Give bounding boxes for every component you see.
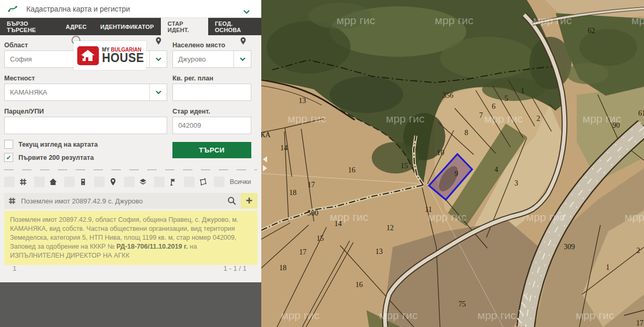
layer-filter-toolbar: Всички <box>4 176 251 188</box>
oblast-chevron-down-icon[interactable] <box>149 51 167 67</box>
locality-select[interactable]: КАМАНЯКА <box>4 84 167 101</box>
tab-old-identifier[interactable]: СТАР ИДЕНТ. <box>161 18 208 35</box>
parcel-label-КА: КА <box>261 131 271 139</box>
locality-value: КАМАНЯКА <box>5 88 149 96</box>
parcel-label-13: 13 <box>375 248 383 256</box>
parcel-label-18: 18 <box>289 189 297 197</box>
parcel-label-9: 9 <box>455 170 458 178</box>
parcel-label-6: 6 <box>492 103 496 110</box>
parcel-label-500: 500 <box>308 209 319 217</box>
pagination: 1 1 - 1 / 1 <box>0 264 261 275</box>
svg-text:мрр гис: мрр гис <box>288 113 326 125</box>
settlement-label: Населено място <box>172 42 225 49</box>
polygon-icon <box>199 178 207 186</box>
polygon-filter-checkbox[interactable] <box>184 177 195 187</box>
tab-address[interactable]: АДРЕС <box>59 18 94 35</box>
expand-panel-arrow-right[interactable] <box>263 165 267 171</box>
building-icon <box>79 178 87 186</box>
app-title: Кадастрална карта и регистри <box>26 5 130 13</box>
parcel-label-18: 18 <box>279 264 287 272</box>
layer-filter-items <box>4 177 229 187</box>
logo-text-house: HOUSE <box>102 52 144 64</box>
collapse-panel-arrow-left[interactable] <box>263 156 267 162</box>
search-panel: Кадастрална карта и регистри БЪРЗО ТЪРСЕ… <box>0 0 261 327</box>
parcel-label-7: 7 <box>479 111 483 119</box>
parcel-label-356: 356 <box>443 91 454 99</box>
parcel-label-2: 2 <box>537 115 540 122</box>
settlement-map-pin-icon[interactable] <box>239 37 247 47</box>
settlement-select[interactable]: Джурово <box>172 50 251 68</box>
parcel-label-309: 309 <box>564 243 575 251</box>
result-detail-order-number: РД-18-706/11.10.2019 г. <box>116 243 188 250</box>
logo-house-icon <box>77 46 99 65</box>
settlement-chevron-down-icon[interactable] <box>233 51 251 67</box>
parcel-label-12: 12 <box>386 224 394 232</box>
parcel-label-5: 5 <box>505 95 508 103</box>
reg-plan-label: Кв. рег. план <box>172 75 213 82</box>
layers-filter-checkbox[interactable] <box>124 177 135 187</box>
parcel-label-14: 14 <box>280 144 288 152</box>
parcel-label-4: 4 <box>495 166 498 173</box>
svg-text:мрр гис: мрр гис <box>281 309 320 321</box>
svg-text:мрр гис: мрр гис <box>576 309 615 321</box>
svg-text:мрр гис: мрр гис <box>477 309 516 321</box>
first-200-label: Първите 200 резултата <box>18 154 94 161</box>
cadastral-map-app: Кадастрална карта и регистри БЪРЗО ТЪРСЕ… <box>0 0 644 327</box>
parcel-label-1: 1 <box>521 87 525 95</box>
result-range: 1 - 1 / 1 <box>223 264 247 272</box>
building-filter-checkbox[interactable] <box>64 177 75 187</box>
layers-icon <box>139 178 147 186</box>
search-button[interactable]: ТЪРСИ <box>172 142 251 158</box>
parcel-grid-icon <box>8 197 16 205</box>
reg-plan-input[interactable] <box>172 84 251 101</box>
locality-chevron-down-icon[interactable] <box>149 84 167 100</box>
header-chevron-down-icon[interactable] <box>243 7 250 11</box>
old-identifier-input[interactable]: 042009 <box>172 117 251 134</box>
zoom-to-result-icon[interactable] <box>227 196 237 206</box>
all-layers-label: Всички <box>230 178 251 186</box>
app-header[interactable]: Кадастрална карта и регистри <box>0 0 261 18</box>
search-tabs: БЪРЗО ТЪРСЕНЕ АДРЕС ИДЕНТИФИКАТОР СТАР И… <box>0 18 261 35</box>
my-bulgarian-house-logo: MY BULGARIAN HOUSE <box>74 41 146 70</box>
svg-text:мрр гис: мрр гис <box>484 113 523 125</box>
svg-text:мрр гис: мрр гис <box>631 14 644 26</box>
pin-filter-checkbox[interactable] <box>94 177 105 187</box>
parcel-label-15: 15 <box>316 234 324 242</box>
grid-filter-checkbox[interactable] <box>4 177 15 187</box>
parcel-label: Парцел/УПИ <box>4 108 44 115</box>
svg-text:мрр гис: мрр гис <box>386 113 425 125</box>
parcel-input[interactable] <box>4 117 167 134</box>
flag-icon <box>169 178 177 186</box>
parcel-label-3: 3 <box>515 179 518 187</box>
house-filter-checkbox[interactable] <box>34 177 45 187</box>
parcel-label-16: 16 <box>355 281 363 289</box>
flag-filter-checkbox[interactable] <box>154 177 165 187</box>
pin-icon <box>109 178 117 186</box>
tab-identifier[interactable]: ИДЕНТИФИКАТОР <box>94 18 161 35</box>
parcel-label-8: 8 <box>465 129 468 137</box>
result-list-item[interactable]: Поземлен имот 20897.42.9 с. Джурово + <box>4 193 258 209</box>
app-logo-icon <box>7 5 19 13</box>
old-identifier-label: Стар идент. <box>172 108 210 115</box>
tab-geodetic-basis[interactable]: ГЕОД. ОСНОВА <box>208 18 261 35</box>
svg-text:мрр гис: мрр гис <box>428 211 467 223</box>
expand-result-button[interactable]: + <box>241 193 258 209</box>
parcel-label-10: 10 <box>437 149 444 157</box>
house-icon <box>49 178 57 186</box>
oblast-map-pin-icon[interactable] <box>155 37 162 47</box>
locality-label: Местност <box>4 75 35 82</box>
first-200-checkbox[interactable]: ✔ <box>4 153 13 162</box>
parcel-label-2: 2 <box>637 247 640 254</box>
svg-text:мрр гис: мрр гис <box>625 211 644 223</box>
parcel-label-61: 61 <box>638 109 644 117</box>
svg-text:мрр гис: мрр гис <box>526 211 565 223</box>
all-layers-checkbox[interactable] <box>214 177 224 187</box>
cadastral-map-canvas[interactable]: мрр гисмрр гисмрр гисмрр гисмрр гисмрр г… <box>261 0 644 327</box>
current-view-checkbox-row: Текущ изглед на картата <box>4 140 98 149</box>
first-200-checkbox-row: ✔ Първите 200 резултата <box>4 153 94 162</box>
parcel-label-16: 16 <box>348 166 355 174</box>
tab-quick-search[interactable]: БЪРЗО ТЪРСЕНЕ <box>0 18 59 35</box>
page-number-button[interactable]: 1 <box>13 264 16 272</box>
current-view-checkbox[interactable] <box>4 140 13 149</box>
current-view-label: Текущ изглед на картата <box>18 141 98 148</box>
